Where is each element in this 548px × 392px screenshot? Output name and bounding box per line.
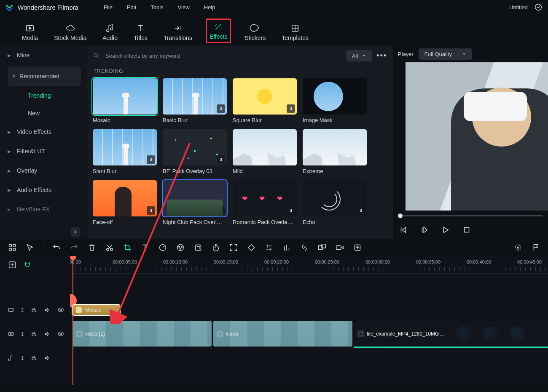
play-in-button[interactable] <box>420 225 429 235</box>
cut-button[interactable] <box>105 243 114 252</box>
sidebar-item-video-effects[interactable]: ▶Video Effects <box>0 122 87 141</box>
tab-templates[interactable]: Templates <box>279 21 311 43</box>
mute-icon[interactable] <box>44 331 51 337</box>
color-button[interactable] <box>176 243 185 252</box>
video-clip-2[interactable]: ▶video <box>213 321 352 347</box>
effect-thumb[interactable]: ⬇ <box>93 129 157 165</box>
effect-thumb[interactable]: ⬇ <box>233 78 297 115</box>
menu-help[interactable]: Help <box>204 4 215 11</box>
lock-icon[interactable] <box>30 355 37 361</box>
link-button[interactable] <box>300 243 309 252</box>
effect-thumb[interactable] <box>233 129 297 165</box>
speed-button[interactable] <box>158 243 167 252</box>
redo-button[interactable] <box>70 243 79 252</box>
tab-stock-media[interactable]: Stock Media <box>51 21 89 43</box>
effect-card-bf-pack[interactable]: ⬇BF' Pack Overlay 03 <box>163 129 227 174</box>
audio-track[interactable] <box>70 349 548 367</box>
effect-clip[interactable]: Mosaic <box>73 305 120 315</box>
pointer-icon[interactable] <box>25 243 35 252</box>
menu-file[interactable]: File <box>104 4 113 11</box>
video-clip-1[interactable]: ▶video (1) <box>73 321 212 347</box>
filter-dropdown[interactable]: All <box>346 50 372 61</box>
stop-button[interactable] <box>462 225 471 235</box>
time-ruler[interactable]: 00:00 00:00:05:00 00:00:10:00 00:00:15:0… <box>70 256 548 274</box>
menu-tools[interactable]: Tools <box>150 4 163 11</box>
download-icon[interactable]: ⬇ <box>287 206 295 215</box>
add-track-button[interactable] <box>8 260 17 269</box>
menu-edit[interactable]: Edit <box>127 4 136 11</box>
undo-button[interactable] <box>52 243 61 252</box>
menu-view[interactable]: View <box>178 4 190 11</box>
sidebar-item-trending[interactable]: Trending <box>0 87 87 104</box>
effect-card-square-blur[interactable]: ⬇Square Blur <box>233 78 297 123</box>
sidebar-item-mine[interactable]: ▶Mine <box>0 45 87 65</box>
eye-icon[interactable] <box>57 331 64 337</box>
export-button[interactable] <box>353 243 362 252</box>
sidebar-item-recommended[interactable]: ▼Recommended <box>8 67 81 86</box>
download-icon[interactable]: ⬇ <box>217 104 225 113</box>
record-button[interactable] <box>335 243 344 252</box>
mute-icon[interactable] <box>44 307 51 313</box>
video-track[interactable]: ▶video (1) ▶video ▶file_example_MP4_1280… <box>70 319 548 349</box>
adjust-button[interactable] <box>264 243 274 252</box>
mute-icon[interactable] <box>44 355 51 361</box>
sidebar-item-filter-lut[interactable]: ▶Filter&LUT <box>0 141 87 161</box>
play-button[interactable] <box>441 225 450 235</box>
download-icon[interactable]: ⬇ <box>217 155 225 164</box>
equalizer-button[interactable] <box>282 243 291 252</box>
scrub-handle[interactable] <box>398 213 403 218</box>
effect-thumb[interactable] <box>303 129 367 165</box>
magnet-button[interactable] <box>23 260 32 269</box>
effect-card-basic-blur[interactable]: ⬇Basic Blur <box>163 78 227 123</box>
effect-thumb[interactable] <box>93 78 157 115</box>
text-button[interactable] <box>140 243 150 252</box>
prev-frame-button[interactable] <box>399 225 408 235</box>
effect-card-image-mask[interactable]: Image Mask <box>303 78 367 123</box>
cloud-sync-icon[interactable] <box>534 3 543 12</box>
tab-titles[interactable]: Titles <box>131 21 150 43</box>
keyframe-button[interactable] <box>247 243 256 252</box>
effect-card-romantic[interactable]: ⬇Romantic Pack Overla… <box>233 180 297 225</box>
download-icon[interactable]: ⬇ <box>287 104 295 113</box>
effect-card-night-club[interactable]: ⬇Night Club Pack Overl… <box>163 180 227 225</box>
sidebar-item-audio-effects[interactable]: ▶Audio Effects <box>0 180 87 200</box>
eye-icon[interactable] <box>57 307 64 313</box>
search-input[interactable]: Search effects by any keyword <box>93 52 342 59</box>
tab-effects[interactable]: Effects <box>206 19 231 43</box>
effect-card-extreme[interactable]: Extreme <box>303 129 367 174</box>
stopwatch-button[interactable] <box>211 243 220 252</box>
lock-icon[interactable] <box>30 307 37 313</box>
fx-track[interactable]: Mosaic <box>70 301 548 319</box>
effect-card-slant-blur[interactable]: ⬇Slant Blur <box>93 129 157 174</box>
tab-transitions[interactable]: Transitions <box>161 21 195 43</box>
sidebar-item-new[interactable]: New <box>0 104 87 122</box>
download-icon[interactable]: ⬇ <box>217 206 225 215</box>
sidebar-item-newblue[interactable]: ▶NewBlue FX <box>0 200 87 219</box>
download-icon[interactable]: ⬇ <box>147 206 155 215</box>
effect-thumb[interactable]: ⬇ <box>163 180 227 216</box>
tab-stickers[interactable]: Stickers <box>242 21 268 43</box>
effect-thumb[interactable]: ⬇ <box>163 78 227 115</box>
effect-card-echo[interactable]: ⬇Echo <box>303 180 367 225</box>
more-menu-button[interactable]: ••• <box>376 51 387 60</box>
preview-viewport[interactable] <box>406 62 548 211</box>
effect-thumb[interactable]: ⬇ <box>93 180 157 216</box>
crop-button[interactable] <box>123 243 132 252</box>
playhead[interactable] <box>73 256 73 385</box>
scrub-bar[interactable] <box>393 211 548 221</box>
marker-flag-icon[interactable] <box>531 243 540 252</box>
sidebar-item-overlay[interactable]: ▶Overlay <box>0 161 87 180</box>
effect-thumb[interactable] <box>303 78 367 115</box>
timeline-lanes[interactable]: 00:00 00:00:05:00 00:00:10:00 00:00:15:0… <box>70 256 548 385</box>
download-icon[interactable]: ⬇ <box>357 206 365 215</box>
settings-wheel-icon[interactable] <box>513 243 523 252</box>
delete-button[interactable] <box>87 243 97 252</box>
group-button[interactable] <box>317 243 327 252</box>
mask-button[interactable] <box>193 243 203 252</box>
effect-thumb[interactable]: ⬇ <box>303 180 367 216</box>
download-icon[interactable]: ⬇ <box>147 155 155 164</box>
effect-card-mosaic[interactable]: Mosaic <box>93 78 157 123</box>
tab-audio[interactable]: Audio <box>100 21 120 43</box>
sidebar-collapse-button[interactable] <box>71 227 80 237</box>
effect-card-mild[interactable]: Mild <box>233 129 297 174</box>
